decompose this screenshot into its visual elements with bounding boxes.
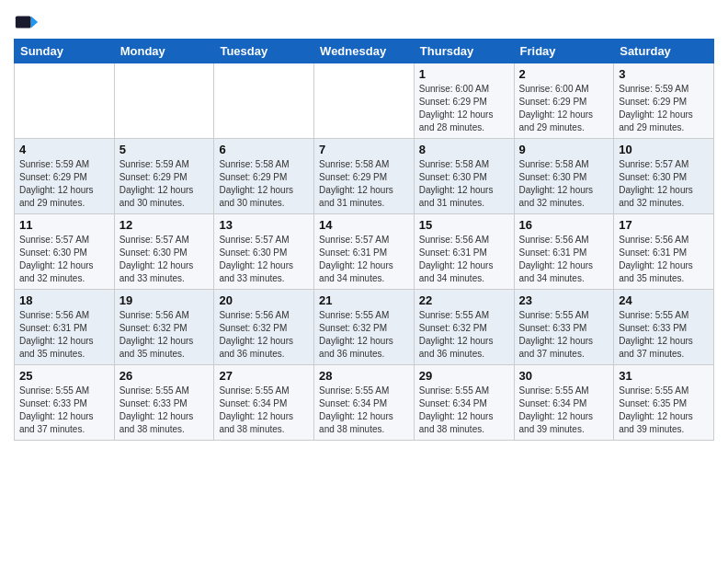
calendar-body: 1Sunrise: 6:00 AM Sunset: 6:29 PM Daylig… [15,63,714,441]
day-header-tuesday: Tuesday [214,40,314,63]
calendar-cell: 8Sunrise: 5:58 AM Sunset: 6:30 PM Daylig… [414,139,514,214]
day-number: 4 [19,143,109,156]
day-number: 7 [319,143,409,156]
day-number: 31 [619,369,709,383]
page-header [14,9,714,35]
day-info: Sunrise: 5:56 AM Sunset: 6:31 PM Dayligh… [619,234,709,285]
day-number: 16 [519,218,609,232]
day-header-saturday: Saturday [614,40,714,63]
calendar-cell: 20Sunrise: 5:56 AM Sunset: 6:32 PM Dayli… [214,290,314,365]
day-number: 27 [219,369,309,383]
day-number: 20 [219,293,309,307]
day-info: Sunrise: 6:00 AM Sunset: 6:29 PM Dayligh… [419,83,509,134]
calendar-cell: 14Sunrise: 5:57 AM Sunset: 6:31 PM Dayli… [314,214,415,290]
week-row-2: 4Sunrise: 5:59 AM Sunset: 6:29 PM Daylig… [15,139,714,214]
calendar-cell: 24Sunrise: 5:55 AM Sunset: 6:33 PM Dayli… [614,290,714,365]
day-header-sunday: Sunday [15,40,115,63]
calendar-cell: 9Sunrise: 5:58 AM Sunset: 6:30 PM Daylig… [514,139,614,214]
calendar-table: SundayMondayTuesdayWednesdayThursdayFrid… [14,39,714,441]
day-info: Sunrise: 5:55 AM Sunset: 6:35 PM Dayligh… [619,385,709,436]
day-info: Sunrise: 5:59 AM Sunset: 6:29 PM Dayligh… [119,158,210,210]
calendar-cell: 23Sunrise: 5:55 AM Sunset: 6:33 PM Dayli… [514,290,614,365]
day-info: Sunrise: 5:56 AM Sunset: 6:31 PM Dayligh… [519,234,609,285]
calendar-cell [214,63,314,139]
week-row-3: 11Sunrise: 5:57 AM Sunset: 6:30 PM Dayli… [15,214,714,290]
day-number: 12 [119,218,210,232]
calendar-cell: 15Sunrise: 5:56 AM Sunset: 6:31 PM Dayli… [414,214,514,290]
day-info: Sunrise: 5:55 AM Sunset: 6:34 PM Dayligh… [219,385,309,436]
logo [14,9,41,35]
calendar-cell: 10Sunrise: 5:57 AM Sunset: 6:30 PM Dayli… [614,139,714,214]
calendar-cell: 4Sunrise: 5:59 AM Sunset: 6:29 PM Daylig… [15,139,115,214]
day-number: 13 [219,218,309,232]
day-number: 10 [619,143,709,156]
day-info: Sunrise: 5:55 AM Sunset: 6:34 PM Dayligh… [519,385,609,436]
day-number: 18 [19,293,109,307]
day-info: Sunrise: 5:55 AM Sunset: 6:34 PM Dayligh… [419,385,509,436]
day-info: Sunrise: 5:55 AM Sunset: 6:32 PM Dayligh… [319,309,409,361]
logo-icon [14,9,40,35]
calendar-cell: 26Sunrise: 5:55 AM Sunset: 6:33 PM Dayli… [114,365,214,441]
day-header-thursday: Thursday [414,40,514,63]
day-number: 9 [519,143,609,156]
calendar-cell: 30Sunrise: 5:55 AM Sunset: 6:34 PM Dayli… [514,365,614,441]
day-number: 24 [619,293,709,307]
day-number: 2 [519,67,609,81]
calendar-cell [314,63,415,139]
day-info: Sunrise: 5:57 AM Sunset: 6:30 PM Dayligh… [219,234,309,285]
day-info: Sunrise: 5:55 AM Sunset: 6:34 PM Dayligh… [319,385,409,436]
svg-rect-0 [16,16,31,28]
calendar-cell: 19Sunrise: 5:56 AM Sunset: 6:32 PM Dayli… [114,290,214,365]
day-info: Sunrise: 5:55 AM Sunset: 6:33 PM Dayligh… [19,385,109,436]
calendar-cell: 18Sunrise: 5:56 AM Sunset: 6:31 PM Dayli… [15,290,115,365]
calendar-cell: 25Sunrise: 5:55 AM Sunset: 6:33 PM Dayli… [15,365,115,441]
day-number: 22 [419,293,509,307]
calendar-cell: 5Sunrise: 5:59 AM Sunset: 6:29 PM Daylig… [114,139,214,214]
day-info: Sunrise: 5:56 AM Sunset: 6:31 PM Dayligh… [419,234,509,285]
day-info: Sunrise: 5:55 AM Sunset: 6:33 PM Dayligh… [619,309,709,361]
day-number: 15 [419,218,509,232]
day-number: 8 [419,143,509,156]
week-row-5: 25Sunrise: 5:55 AM Sunset: 6:33 PM Dayli… [15,365,714,441]
day-number: 25 [19,369,109,383]
calendar-cell: 3Sunrise: 5:59 AM Sunset: 6:29 PM Daylig… [614,63,714,139]
day-number: 19 [119,293,210,307]
day-header-wednesday: Wednesday [314,40,415,63]
calendar-cell: 31Sunrise: 5:55 AM Sunset: 6:35 PM Dayli… [614,365,714,441]
calendar-cell: 13Sunrise: 5:57 AM Sunset: 6:30 PM Dayli… [214,214,314,290]
day-info: Sunrise: 5:55 AM Sunset: 6:33 PM Dayligh… [519,309,609,361]
day-number: 17 [619,218,709,232]
week-row-4: 18Sunrise: 5:56 AM Sunset: 6:31 PM Dayli… [15,290,714,365]
day-number: 21 [319,293,409,307]
calendar-cell: 11Sunrise: 5:57 AM Sunset: 6:30 PM Dayli… [15,214,115,290]
day-info: Sunrise: 5:55 AM Sunset: 6:33 PM Dayligh… [119,385,210,436]
day-header-monday: Monday [114,40,214,63]
day-number: 26 [119,369,210,383]
day-info: Sunrise: 5:55 AM Sunset: 6:32 PM Dayligh… [419,309,509,361]
day-info: Sunrise: 5:57 AM Sunset: 6:30 PM Dayligh… [619,158,709,210]
calendar-cell: 22Sunrise: 5:55 AM Sunset: 6:32 PM Dayli… [414,290,514,365]
day-header-friday: Friday [514,40,614,63]
calendar-cell: 6Sunrise: 5:58 AM Sunset: 6:29 PM Daylig… [214,139,314,214]
calendar-cell: 29Sunrise: 5:55 AM Sunset: 6:34 PM Dayli… [414,365,514,441]
calendar-cell: 12Sunrise: 5:57 AM Sunset: 6:30 PM Dayli… [114,214,214,290]
day-info: Sunrise: 5:58 AM Sunset: 6:30 PM Dayligh… [419,158,509,210]
day-info: Sunrise: 5:56 AM Sunset: 6:32 PM Dayligh… [119,309,210,361]
week-row-1: 1Sunrise: 6:00 AM Sunset: 6:29 PM Daylig… [15,63,714,139]
day-info: Sunrise: 5:57 AM Sunset: 6:30 PM Dayligh… [19,234,109,285]
day-number: 3 [619,67,709,81]
calendar-cell: 16Sunrise: 5:56 AM Sunset: 6:31 PM Dayli… [514,214,614,290]
day-info: Sunrise: 5:57 AM Sunset: 6:31 PM Dayligh… [319,234,409,285]
day-number: 6 [219,143,309,156]
day-number: 5 [119,143,210,156]
day-info: Sunrise: 5:58 AM Sunset: 6:29 PM Dayligh… [219,158,309,210]
day-number: 11 [19,218,109,232]
day-number: 14 [319,218,409,232]
day-info: Sunrise: 5:58 AM Sunset: 6:30 PM Dayligh… [519,158,609,210]
day-info: Sunrise: 5:56 AM Sunset: 6:32 PM Dayligh… [219,309,309,361]
day-number: 28 [319,369,409,383]
calendar-cell: 1Sunrise: 6:00 AM Sunset: 6:29 PM Daylig… [414,63,514,139]
day-info: Sunrise: 5:59 AM Sunset: 6:29 PM Dayligh… [19,158,109,210]
svg-marker-1 [31,16,38,28]
calendar-cell: 2Sunrise: 6:00 AM Sunset: 6:29 PM Daylig… [514,63,614,139]
